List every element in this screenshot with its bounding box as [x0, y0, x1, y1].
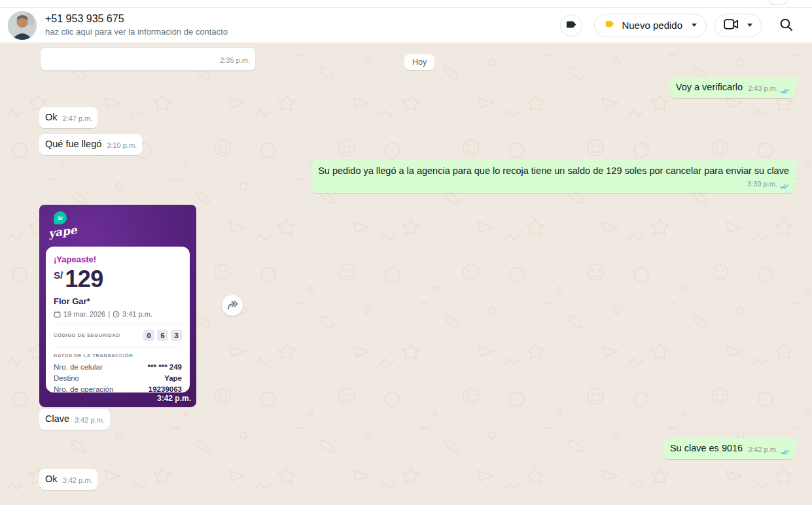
- security-code-digits: 0 6 3: [143, 330, 182, 341]
- chevron-down-icon: [747, 24, 752, 27]
- security-code-row: CÓDIGO DE SEGURIDAD 0 6 3: [54, 330, 182, 341]
- amount-value: 129: [65, 268, 103, 291]
- security-code-label: CÓDIGO DE SEGURIDAD: [54, 332, 120, 338]
- yape-logo-wordmark: yape: [48, 223, 78, 240]
- yape-logo-icon: S/: [54, 211, 67, 224]
- search-button[interactable]: [779, 18, 793, 33]
- row-label: Destino: [54, 374, 79, 382]
- message-time: 3:42 p.m.: [75, 414, 105, 427]
- top-edge-tab: [769, 0, 787, 5]
- message-text: Qué fue llegó: [45, 138, 101, 150]
- header-actions: Nuevo pedido: [560, 14, 793, 37]
- receipt-recipient: Flor Gar*: [54, 296, 182, 306]
- read-receipt-double-check-icon: [780, 449, 790, 455]
- chevron-down-icon: [692, 24, 697, 27]
- transaction-row: Nro. de operación 19239063: [54, 385, 182, 393]
- yape-receipt-card: ¡Yapeaste! S/ 129 Flor Gar* 19 mar. 2026…: [46, 247, 190, 392]
- message-bubble-incoming: 2:35 p.m.: [40, 47, 256, 71]
- message-bubble-outgoing: Su pedido ya llegó a la agencia para que…: [311, 160, 795, 193]
- yellow-tag-icon: [605, 19, 615, 31]
- read-receipt-double-check-icon: [780, 88, 790, 94]
- divider: [54, 347, 182, 347]
- receipt-date: 19 mar. 2026: [63, 310, 105, 318]
- message-text: Ok: [45, 473, 58, 485]
- security-digit: 6: [157, 330, 168, 341]
- calendar-icon: [54, 311, 61, 318]
- receipt-amount: S/ 129: [54, 268, 182, 291]
- row-label: Nro. de celular: [54, 363, 103, 371]
- message-bubble-incoming: Ok 2:47 p.m.: [39, 107, 97, 128]
- message-text: Su clave es 9016: [670, 442, 743, 455]
- message-list: 2:35 p.m. Hoy Voy a verificarlo 2:43 p.m…: [0, 0, 812, 505]
- message-time: 3:10 p.m.: [107, 139, 137, 152]
- forward-message-button[interactable]: [222, 295, 243, 316]
- status-label: Nuevo pedido: [622, 20, 682, 31]
- contact-info-hint: haz clic aquí para ver la información de…: [45, 26, 228, 38]
- status-dropdown[interactable]: Nuevo pedido: [594, 14, 707, 37]
- row-value: 19239063: [149, 385, 182, 393]
- clock-icon: [113, 311, 120, 318]
- message-bubble-outgoing: Voy a verificarlo 2:43 p.m.: [670, 77, 795, 98]
- date-divider: Hoy: [404, 54, 434, 70]
- message-time-overlay: 3:42 p.m.: [157, 394, 191, 403]
- security-digit: 3: [171, 330, 182, 341]
- message-text: Clave: [45, 413, 69, 425]
- message-time: 3:42 p.m.: [748, 444, 778, 456]
- divider: [54, 324, 182, 324]
- video-call-dropdown[interactable]: [715, 14, 762, 37]
- yape-logo: S/ yape: [48, 211, 77, 238]
- row-value: Yape: [164, 374, 182, 382]
- transaction-rows: Nro. de celular *** *** 249 Destino Yape…: [54, 363, 182, 393]
- chat-header: +51 953 935 675 haz clic aquí para ver l…: [0, 8, 812, 43]
- read-receipt-double-check-icon: [779, 183, 789, 190]
- tag-icon: [565, 19, 577, 32]
- search-icon: [779, 18, 793, 33]
- receipt-datetime: 19 mar. 2026 | 3:41 p.m.: [54, 310, 182, 318]
- forward-arrow-icon: [226, 299, 239, 313]
- message-time: 2:47 p.m.: [63, 113, 93, 125]
- receipt-title: ¡Yapeaste!: [54, 254, 182, 264]
- top-chrome-bar: [0, 0, 812, 8]
- receipt-time: 3:41 p.m.: [122, 310, 152, 318]
- currency-symbol: S/: [54, 270, 63, 281]
- row-label: Nro. de operación: [54, 385, 113, 393]
- message-bubble-incoming: Qué fue llegó 3:10 p.m.: [39, 134, 142, 155]
- message-time: 2:43 p.m.: [748, 82, 778, 95]
- avatar-photo: [8, 11, 37, 40]
- separator: |: [108, 310, 110, 318]
- transaction-row: Nro. de celular *** *** 249: [54, 363, 182, 371]
- security-digit: 0: [143, 330, 154, 341]
- message-time: 3:42 p.m.: [63, 474, 93, 487]
- image-message-yape-receipt[interactable]: S/ yape ¡Yapeaste! S/ 129 Flor Gar* 19 m…: [39, 205, 196, 407]
- message-bubble-outgoing: Su clave es 9016 3:42 p.m.: [664, 438, 795, 459]
- transaction-row: Destino Yape: [54, 374, 182, 382]
- tag-button[interactable]: [560, 14, 582, 37]
- message-time: 3:39 p.m.: [747, 178, 777, 190]
- transaction-data-label: DATOS DE LA TRANSACCIÓN: [54, 353, 182, 358]
- message-text: Ok: [45, 111, 58, 124]
- message-bubble-incoming: Ok 3:42 p.m.: [39, 469, 97, 490]
- contact-avatar[interactable]: [8, 11, 37, 40]
- video-camera-icon: [724, 19, 739, 32]
- message-text: Voy a verificarlo: [676, 81, 743, 94]
- message-time: 2:35 p.m.: [220, 54, 250, 67]
- row-value: *** *** 249: [148, 363, 182, 371]
- contact-info[interactable]: +51 953 935 675 haz clic aquí para ver l…: [45, 12, 228, 38]
- message-text: Su pedido ya llegó a la agencia para que…: [318, 165, 789, 177]
- contact-phone-number: +51 953 935 675: [45, 12, 228, 26]
- message-bubble-incoming: Clave 3:42 p.m.: [39, 409, 110, 430]
